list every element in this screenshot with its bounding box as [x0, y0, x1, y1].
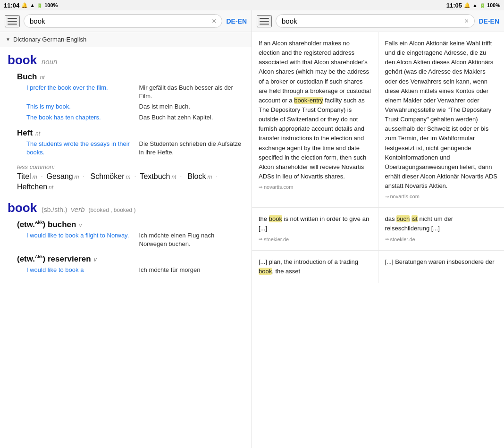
- buchen-word: (etw.Akk) buchen: [17, 220, 76, 229]
- battery-pct-left: 100%: [44, 2, 58, 8]
- app-container: × DE-EN ▼ Dictionary German-English book…: [0, 10, 504, 448]
- reservieren-v: v: [94, 256, 97, 263]
- less-gesang: Gesang m: [47, 172, 79, 181]
- corpus-entry-3-de: [...] Beratungen waren insbesondere der: [378, 251, 504, 283]
- hamburger-line-1: [8, 18, 17, 19]
- translation-heft: Heft nt The students wrote the essays in…: [17, 128, 244, 157]
- right-hamburger-line-2: [260, 21, 269, 22]
- heft-ex1-de: Die Studenten schrieben die Aufsätze in …: [139, 140, 244, 157]
- corpus-entry-1: If an Alcon shareholder makes no electio…: [252, 32, 504, 208]
- word-verb-forms: (booked , booked ): [88, 207, 135, 213]
- right-panel: × DE-EN If an Alcon shareholder makes no…: [252, 10, 504, 448]
- reservieren-ex1-de: Ich möchte für morgen: [139, 266, 244, 274]
- buchen-ex1-en: I would like to book a flight to Norway.: [26, 231, 132, 248]
- highlight-book-3: book: [259, 268, 272, 275]
- buch-example-2: This is my book. Das ist mein Buch.: [26, 102, 244, 111]
- buch-word: Buch: [17, 72, 37, 82]
- left-search-bar: × DE-EN: [0, 10, 252, 32]
- word-verb-sbsth: (sb./sth.): [42, 206, 67, 213]
- right-search-input[interactable]: [282, 17, 462, 25]
- source-arrow-icon-de: ⇒: [385, 193, 389, 201]
- highlight-book-entry: book-entry: [294, 97, 323, 104]
- right-menu-button[interactable]: [257, 15, 272, 27]
- status-bar-left: 11:04 🔔 ▲ 🔋 100%: [0, 2, 252, 9]
- corpus-entry-3: [...] plan, the introduction of a tradin…: [252, 251, 504, 283]
- source-link-1: ⇒ novartis.com: [259, 183, 371, 191]
- less-heftchen: Heftchen nt: [17, 183, 53, 191]
- word-verb-title: book: [8, 201, 37, 215]
- right-hamburger-line-3: [260, 24, 269, 25]
- word-entry-noun: book noun Buch nt I prefer the book over…: [8, 53, 244, 191]
- left-menu-button[interactable]: [5, 15, 20, 27]
- corpus-entry-2-de: das buch ist nicht um der reiseschilderu…: [378, 208, 504, 250]
- corpus-entry-2-en: the book is not written in order to give…: [252, 208, 378, 250]
- heft-gender: nt: [35, 130, 40, 137]
- buch-gender: nt: [40, 74, 45, 81]
- dict-header-title: Dictionary German-English: [13, 36, 86, 43]
- battery-icon-right: 🔋: [479, 3, 485, 8]
- source-arrow-icon: ⇒: [259, 184, 262, 191]
- highlight-ist-2: ist: [412, 215, 418, 222]
- reservieren-ex1-en: I would like to book a: [26, 266, 132, 274]
- right-search-input-wrapper: ×: [276, 14, 475, 28]
- corpus-entry-1-de: Falls ein Alcon Aktionär keine Wahl trif…: [378, 32, 504, 207]
- less-common-label: less common:: [17, 163, 244, 170]
- left-search-input[interactable]: [30, 17, 209, 25]
- translation-reservieren: (etw.Akk) reservieren v I would like to …: [17, 254, 244, 274]
- buchen-ex1-de: Ich möchte einen Flug nach Norwegen buch…: [139, 231, 244, 248]
- status-bar: 11:04 🔔 ▲ 🔋 100% 11:05 🔔 ▲ 🔋 100%: [0, 0, 504, 10]
- word-noun-pos: noun: [42, 58, 57, 66]
- corpus-entry-1-en: If an Alcon shareholder makes no electio…: [252, 32, 378, 207]
- status-bar-right: 11:05 🔔 ▲ 🔋 100%: [252, 2, 504, 9]
- highlight-buch-2: buch: [396, 215, 410, 222]
- collapse-icon[interactable]: ▼: [6, 37, 10, 42]
- right-hamburger-line-1: [260, 18, 269, 19]
- word-title-line: book noun: [8, 53, 244, 68]
- buch-ex1-en: I prefer the book over the film.: [26, 84, 132, 101]
- heft-word: Heft: [17, 128, 33, 138]
- left-lang-button[interactable]: DE-EN: [226, 17, 247, 25]
- time-right: 11:05: [446, 2, 462, 9]
- word-verb-title-line: book (sb./sth.) verb (booked , booked ): [8, 201, 244, 215]
- buch-example-3: The book has ten chapters. Das Buch hat …: [26, 113, 244, 122]
- heft-example-1: The students wrote the essays in their b…: [26, 140, 244, 157]
- corpus-entry-2: the book is not written in order to give…: [252, 208, 504, 250]
- source-domain-1-de: novartis.com: [390, 193, 420, 201]
- source-link-2-de: ⇒ stoekler.de: [385, 236, 498, 244]
- notification-icon-right: 🔔: [464, 2, 470, 8]
- word-noun-title: book: [8, 53, 37, 67]
- reservieren-word: (etw.Akk) reservieren: [17, 254, 91, 264]
- source-link-2: ⇒ stoekler.de: [259, 236, 371, 244]
- corpus-entry-3-en: [...] plan, the introduction of a tradin…: [252, 251, 378, 283]
- source-domain-1: novartis.com: [264, 183, 293, 191]
- word-verb-pos: verb: [71, 205, 84, 213]
- translation-buchen: (etw.Akk) buchen v I would like to book …: [17, 220, 244, 248]
- buchen-v: v: [79, 222, 82, 228]
- hamburger-line-3: [8, 24, 17, 25]
- reservieren-example-1: I would like to book a Ich möchte für mo…: [26, 266, 244, 274]
- less-titel: Titel m: [17, 172, 37, 181]
- less-block: Block m: [187, 172, 212, 181]
- buch-ex3-de: Das Buch hat zehn Kapitel.: [139, 113, 244, 122]
- highlight-book-2: book: [269, 215, 282, 222]
- buch-example-1: I prefer the book over the film. Mir gef…: [26, 84, 244, 101]
- left-search-input-wrapper: ×: [24, 14, 222, 28]
- hamburger-line-2: [8, 21, 17, 22]
- reservieren-main: (etw.Akk) reservieren v: [17, 254, 244, 264]
- buchen-example-1: I would like to book a flight to Norway.…: [26, 231, 244, 248]
- notification-icon-left: 🔔: [21, 2, 28, 8]
- left-panel: × DE-EN ▼ Dictionary German-English book…: [0, 10, 252, 448]
- heft-ex1-en: The students wrote the essays in their b…: [26, 140, 132, 157]
- right-search-bar: × DE-EN: [252, 10, 504, 32]
- time-left: 11:04: [4, 2, 19, 9]
- wifi-icon-left: ▲: [30, 2, 35, 8]
- buch-ex2-de: Das ist mein Buch.: [139, 102, 244, 111]
- wifi-icon-right: ▲: [472, 2, 478, 8]
- corpus-content: If an Alcon shareholder makes no electio…: [252, 32, 504, 448]
- right-lang-button[interactable]: DE-EN: [479, 17, 499, 25]
- less-schmoker: Schmöker m: [90, 172, 130, 181]
- left-clear-button[interactable]: ×: [212, 17, 216, 25]
- buch-ex3-en: The book has ten chapters.: [26, 113, 132, 122]
- buch-ex1-de: Mir gefällt das Buch besser als der Film…: [139, 84, 244, 101]
- right-clear-button[interactable]: ×: [464, 17, 469, 25]
